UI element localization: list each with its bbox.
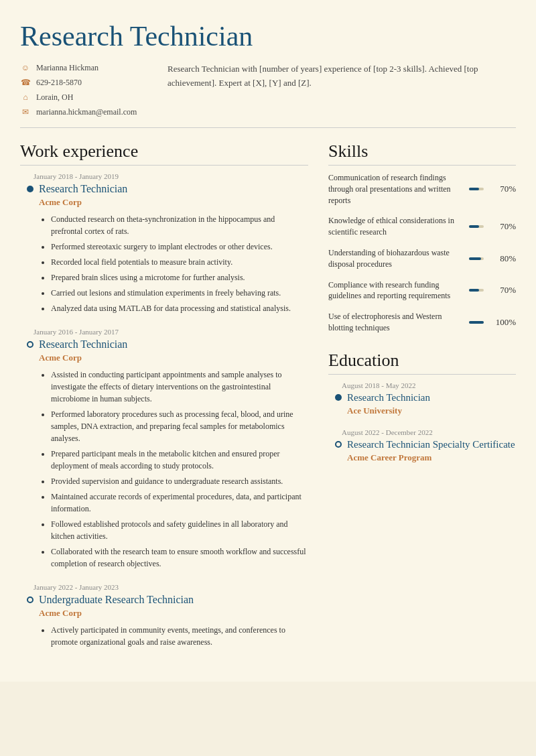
job-bullet-item: Analyzed data using MATLAB for data proc… [51, 302, 308, 314]
bullet-dot [27, 341, 34, 348]
skill-percent: 100% [490, 317, 516, 328]
job-bullet-item: Prepared participant meals in the metabo… [51, 448, 308, 472]
contact-summary: ☺ Marianna Hickman ☎ 629-218-5870 ⌂ Lora… [20, 62, 516, 117]
job-entry: January 2018 - January 2019Research Tech… [20, 172, 308, 314]
job-date: January 2016 - January 2017 [34, 328, 308, 336]
work-section-title: Work experience [20, 141, 308, 166]
skill-item: Knowledge of ethical considerations in s… [328, 215, 516, 238]
skill-bar-container [469, 257, 484, 260]
skill-bar [469, 225, 479, 228]
bullet-dot [27, 596, 34, 603]
job-bullet-item: Maintained accurate records of experimen… [51, 491, 308, 515]
contact-email: ✉ marianna.hickman@email.com [20, 107, 141, 117]
skill-percent: 70% [490, 285, 516, 296]
skill-text: Communication of research findings throu… [328, 172, 462, 206]
location-text: Lorain, OH [36, 92, 73, 103]
job-bullet-item: Conducted research on theta-synchronizat… [51, 213, 308, 237]
summary-text: Research Technician with [number of year… [168, 62, 516, 117]
email-icon: ✉ [20, 107, 31, 117]
job-entry: January 2016 - January 2017Research Tech… [20, 328, 308, 570]
edu-entry: August 2018 - May 2022Research Technicia… [328, 381, 516, 416]
skill-text: Compliance with research funding guideli… [328, 279, 462, 302]
education-section-title: Education [328, 351, 516, 375]
job-date: January 2018 - January 2019 [34, 172, 308, 180]
resume-page: Research Technician ☺ Marianna Hickman ☎… [0, 0, 536, 682]
name-text: Marianna Hickman [36, 63, 98, 73]
skill-text: Use of electrophoresis and Western blott… [328, 311, 462, 334]
job-company: Acme Corp [39, 608, 308, 619]
skills-section: Skills Communication of research finding… [328, 141, 516, 334]
jobs-container: January 2018 - January 2019Research Tech… [20, 172, 308, 648]
skill-item: Understanding of biohazardous waste disp… [328, 247, 516, 270]
skill-bar [469, 289, 479, 292]
skills-container: Communication of research findings throu… [328, 172, 516, 334]
skill-item: Use of electrophoresis and Western blott… [328, 311, 516, 334]
skill-item: Communication of research findings throu… [328, 172, 516, 206]
job-title: Research Technician [39, 183, 127, 195]
job-bullets: Actively participated in community event… [39, 624, 308, 648]
contact-name: ☺ Marianna Hickman [20, 62, 141, 73]
edu-bullet-dot [335, 394, 342, 401]
email-text: marianna.hickman@email.com [36, 107, 137, 117]
job-company: Acme Corp [39, 197, 308, 208]
job-bullet-item: Actively participated in community event… [51, 624, 308, 648]
job-bullet-item: Recorded local field potentials to measu… [51, 256, 308, 268]
main-content: Work experience January 2018 - January 2… [20, 141, 516, 662]
edu-title-row: Research Technician [335, 392, 516, 403]
page-title: Research Technician [20, 20, 516, 52]
education-container: August 2018 - May 2022Research Technicia… [328, 381, 516, 463]
work-experience-section: Work experience January 2018 - January 2… [20, 141, 308, 648]
skill-item: Compliance with research funding guideli… [328, 279, 516, 302]
edu-title: Research Technician Specialty Certificat… [347, 439, 515, 450]
edu-title-row: Research Technician Specialty Certificat… [335, 439, 516, 450]
edu-entry: August 2022 - December 2022Research Tech… [328, 428, 516, 463]
skill-bar [469, 257, 481, 260]
right-column: Skills Communication of research finding… [328, 141, 516, 662]
job-bullets: Assisted in conducting participant appoi… [39, 369, 308, 570]
job-bullet-item: Performed stereotaxic surgery to implant… [51, 241, 308, 253]
job-bullet-item: Provided supervision and guidance to und… [51, 475, 308, 487]
skill-text: Knowledge of ethical considerations in s… [328, 215, 462, 238]
contact-info: ☺ Marianna Hickman ☎ 629-218-5870 ⌂ Lora… [20, 62, 141, 117]
job-bullet-item: Assisted in conducting participant appoi… [51, 369, 308, 405]
left-column: Work experience January 2018 - January 2… [20, 141, 308, 662]
job-entry: January 2022 - January 2023Undergraduate… [20, 583, 308, 648]
skill-percent: 80% [490, 253, 516, 264]
phone-text: 629-218-5870 [36, 78, 82, 88]
edu-institution: Acme Career Program [347, 452, 516, 463]
skill-bar-container [469, 289, 484, 292]
edu-institution: Ace University [347, 405, 516, 416]
phone-icon: ☎ [20, 77, 31, 88]
edu-title: Research Technician [347, 392, 430, 403]
skill-bar [469, 321, 484, 324]
job-title-row: Research Technician [27, 183, 308, 195]
contact-location: ⌂ Lorain, OH [20, 92, 141, 103]
skill-bar-container [469, 188, 484, 190]
job-date: January 2022 - January 2023 [34, 583, 308, 591]
person-icon: ☺ [20, 62, 31, 73]
job-company: Acme Corp [39, 353, 308, 363]
skill-percent: 70% [490, 184, 516, 194]
job-bullet-item: Performed laboratory procedures such as … [51, 408, 308, 444]
job-bullet-item: Followed established protocols and safet… [51, 518, 308, 542]
skills-section-title: Skills [328, 141, 516, 166]
edu-bullet-dot [335, 441, 342, 448]
skill-bar-container [469, 225, 484, 228]
job-bullet-item: Collaborated with the research team to e… [51, 546, 308, 570]
skill-bar-container [469, 321, 484, 324]
skill-bar [469, 188, 479, 190]
header-section: Research Technician ☺ Marianna Hickman ☎… [20, 20, 516, 128]
job-title-row: Undergraduate Research Technician [27, 594, 308, 606]
job-bullet-item: Prepared brain slices using a microtome … [51, 271, 308, 284]
job-title-row: Research Technician [27, 338, 308, 351]
bullet-dot [27, 186, 34, 192]
job-bullet-item: Carried out lesions and stimulation expe… [51, 287, 308, 299]
edu-date: August 2018 - May 2022 [342, 381, 516, 389]
job-title: Research Technician [39, 338, 127, 351]
job-bullets: Conducted research on theta-synchronizat… [39, 213, 308, 314]
contact-phone: ☎ 629-218-5870 [20, 77, 141, 88]
location-icon: ⌂ [20, 92, 31, 103]
skill-percent: 70% [490, 221, 516, 232]
skill-text: Understanding of biohazardous waste disp… [328, 247, 462, 270]
edu-date: August 2022 - December 2022 [342, 428, 516, 436]
